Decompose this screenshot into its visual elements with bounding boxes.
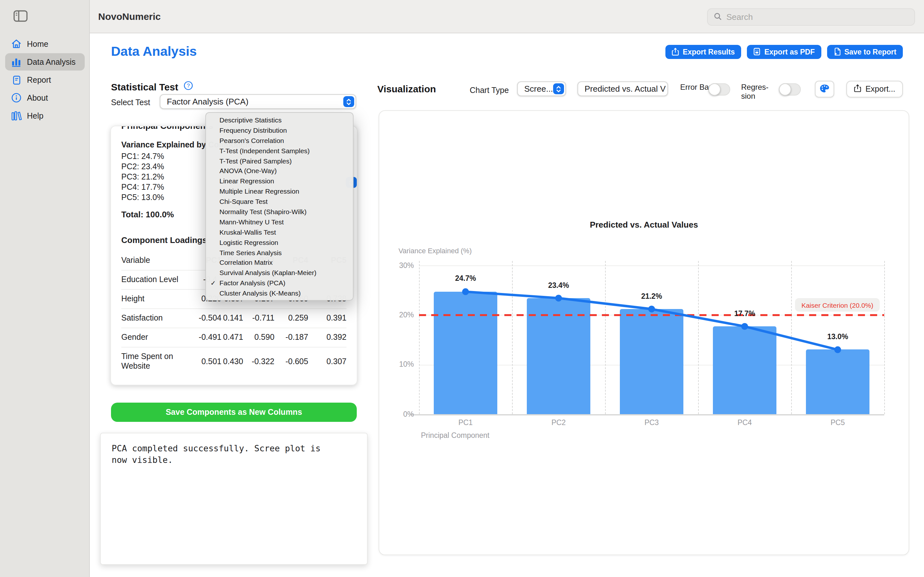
help-question-icon[interactable]: ? — [184, 81, 193, 93]
export-pdf-label: Export as PDF — [764, 48, 814, 56]
sidebar-toggle-button[interactable] — [12, 10, 29, 24]
info-icon — [11, 92, 22, 103]
y-tick-label: 0% — [391, 410, 414, 418]
export-results-label: Export Results — [683, 48, 735, 56]
dropdown-item[interactable]: Multiple Linear Regression — [206, 187, 353, 197]
sidebar-item-label: Help — [27, 111, 43, 120]
dropdown-item[interactable]: Mann-Whitney U Test — [206, 218, 353, 227]
dropdown-item[interactable]: Pearson's Correlation — [206, 136, 353, 146]
home-icon — [11, 39, 22, 49]
y-axis-title: Variance Explained (%) — [399, 247, 472, 255]
scree-line — [419, 266, 884, 414]
share-icon — [854, 84, 861, 94]
regression-label: Regres- sion — [741, 83, 768, 101]
dropdown-item[interactable]: Chi-Square Test — [206, 197, 353, 207]
secondary-chart-select[interactable]: Predicted vs. Actual V — [577, 81, 668, 96]
stat-test-title: Statistical Test — [111, 81, 178, 92]
table-row: Gender-0.4910.4710.590-0.1870.392 — [121, 327, 347, 347]
dropdown-item[interactable]: Descriptive Statistics — [206, 115, 353, 126]
dropdown-item[interactable]: T-Test (Independent Samples) — [206, 146, 353, 156]
export-pdf-button[interactable]: Export as PDF — [747, 45, 821, 59]
sidebar-item-label: Home — [27, 39, 48, 48]
checkmark-icon: ✓ — [210, 279, 216, 289]
dropdown-item[interactable]: Time Series Analysis — [206, 248, 353, 258]
table-variable-cell: Education Level — [121, 275, 196, 285]
table-variable-cell: Variable — [121, 256, 196, 266]
page-title: Data Analysis — [111, 44, 197, 59]
export-chart-label: Export... — [865, 85, 895, 93]
app-window: NovoNumeric Home Data Analysis Report — [0, 0, 924, 577]
table-row: Time Spent on Website0.5010.430-0.322-0.… — [121, 347, 347, 376]
table-value-cell: 0.471 — [221, 333, 243, 342]
sidebar-item-data-analysis[interactable]: Data Analysis — [5, 53, 85, 71]
dropdown-item[interactable]: Linear Regression — [206, 177, 353, 187]
data-label: 24.7% — [455, 275, 476, 282]
data-label: 23.4% — [548, 281, 569, 289]
chevron-up-down-icon — [553, 83, 564, 94]
chevron-up-down-icon — [343, 96, 354, 107]
app-title: NovoNumeric — [98, 0, 161, 33]
sidebar-item-home[interactable]: Home — [5, 35, 85, 53]
test-select[interactable]: Factor Analysis (PCA) — [160, 94, 356, 109]
table-variable-cell: Gender — [121, 333, 196, 342]
table-value-cell: 0.501 — [196, 357, 222, 366]
sidebar-item-help[interactable]: Help — [5, 107, 85, 124]
chart-type-select[interactable]: Scree... — [517, 81, 566, 96]
data-label: 17.7% — [734, 309, 755, 317]
regression-toggle[interactable] — [779, 83, 801, 95]
select-test-label: Select Test — [111, 98, 150, 107]
dropdown-item[interactable]: Frequency Distribution — [206, 126, 353, 136]
save-components-button[interactable]: Save Components as New Columns — [111, 403, 357, 422]
table-variable-cell: Height — [121, 294, 196, 304]
top-bar: NovoNumeric — [0, 0, 924, 33]
data-point — [462, 288, 469, 295]
table-value-cell: 0.391 — [309, 314, 347, 323]
y-tick-label: 10% — [391, 360, 414, 368]
chart-title: Predicted vs. Actual Values — [379, 220, 909, 229]
table-value-cell: -0.491 — [196, 333, 222, 342]
table-variable-cell: Satisfaction — [121, 314, 196, 323]
save-to-report-button[interactable]: Save to Report — [827, 45, 903, 59]
dropdown-item[interactable]: Kruskal-Wallis Test — [206, 227, 353, 238]
sidebar-item-label: Data Analysis — [27, 57, 75, 66]
search-box[interactable] — [707, 8, 915, 26]
dropdown-item[interactable]: Survival Analysis (Kaplan-Meier) — [206, 268, 353, 279]
gridline — [410, 414, 884, 415]
header-actions: Export Results Export as PDF Save to Rep… — [666, 45, 903, 59]
data-label: 21.2% — [641, 292, 662, 300]
pdf-document-icon — [753, 47, 760, 57]
data-point — [834, 346, 841, 353]
report-document-icon — [11, 74, 22, 85]
toggle-knob — [708, 83, 720, 95]
data-point — [648, 306, 655, 313]
table-value-cell: 0.307 — [309, 357, 347, 366]
export-chart-button[interactable]: Export... — [846, 81, 903, 97]
share-icon — [672, 47, 679, 57]
y-tick-label: 30% — [391, 261, 414, 269]
sidebar-item-label: Report — [27, 75, 51, 84]
dropdown-item[interactable]: T-Test (Paired Samples) — [206, 156, 353, 166]
console-output-text: PCA completed successfully. Scree plot i… — [111, 443, 330, 466]
dropdown-item[interactable]: Logistic Regression — [206, 237, 353, 248]
table-value-cell: 0.141 — [221, 314, 243, 323]
dropdown-item[interactable]: Cluster Analysis (K-Means) — [206, 288, 353, 299]
search-input[interactable] — [726, 12, 909, 22]
dropdown-item[interactable]: Normality Test (Shapiro-Wilk) — [206, 207, 353, 218]
x-tick-label: PC3 — [645, 418, 659, 426]
test-dropdown-menu: Descriptive StatisticsFrequency Distribu… — [205, 112, 354, 301]
y-tick-label: 20% — [391, 311, 414, 319]
palette-button[interactable] — [815, 81, 834, 97]
search-icon — [714, 11, 722, 23]
dropdown-item[interactable]: Factor Analysis (PCA)✓ — [206, 279, 353, 289]
dropdown-item[interactable]: ANOVA (One-Way) — [206, 166, 353, 177]
x-tick-label: PC1 — [459, 418, 473, 426]
sidebar-nav: Home Data Analysis Report About Help — [0, 35, 90, 125]
error-bars-toggle[interactable] — [708, 83, 730, 95]
export-results-button[interactable]: Export Results — [666, 45, 741, 59]
sidebar-item-report[interactable]: Report — [5, 71, 85, 89]
x-axis-title: Principal Component — [421, 432, 489, 439]
dropdown-item[interactable]: Correlation Matrix — [206, 258, 353, 268]
sidebar-item-about[interactable]: About — [5, 89, 85, 106]
table-value-cell: 0.430 — [221, 357, 243, 366]
palette-icon — [819, 84, 830, 95]
